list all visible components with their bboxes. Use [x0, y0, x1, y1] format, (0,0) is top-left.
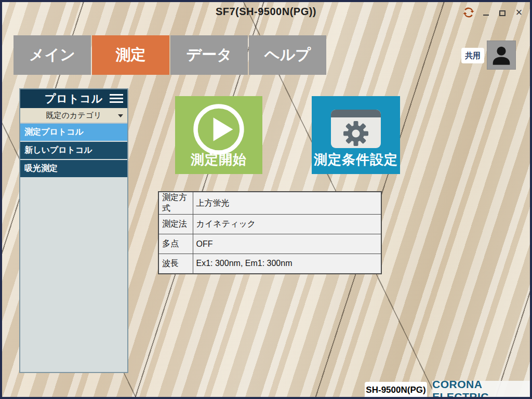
start-measurement-button[interactable]: 測定開始: [175, 96, 262, 174]
condition-key: 多点: [158, 234, 193, 254]
tab-help[interactable]: ヘルプ: [249, 35, 326, 75]
tab-data[interactable]: データ: [170, 35, 248, 75]
minimize-button[interactable]: [480, 6, 491, 19]
category-dropdown-value: 既定のカテゴリ: [46, 111, 102, 121]
shared-mode-badge: 共用: [461, 48, 484, 63]
table-row: 多点 OFF: [158, 234, 381, 254]
user-avatar[interactable]: [487, 41, 516, 70]
window-gear-icon: [330, 109, 382, 149]
condition-value: カイネティック: [193, 215, 381, 234]
window-controls: ×: [462, 6, 525, 19]
model-badge: SH-9500N(PG): [365, 382, 427, 398]
condition-key: 波長: [158, 254, 193, 274]
condition-value: OFF: [193, 234, 381, 254]
sidebar-item-new-protocol[interactable]: 新しいプロトコル: [20, 142, 127, 159]
condition-value: Ex1: 300nm, Em1: 300nm: [193, 254, 381, 274]
refresh-icon[interactable]: [462, 6, 475, 19]
condition-value: 上方蛍光: [193, 192, 381, 215]
close-button[interactable]: ×: [513, 6, 525, 19]
condition-key: 測定方式: [158, 192, 193, 215]
maximize-button[interactable]: [497, 6, 508, 19]
hamburger-icon[interactable]: [110, 94, 123, 103]
sidebar-item-measure-protocol[interactable]: 測定プロトコル: [20, 124, 127, 141]
window-title: SF7(SH-9500N(PG)): [2, 6, 530, 18]
person-icon: [489, 43, 514, 68]
tab-main[interactable]: メイン: [14, 35, 91, 75]
condition-table: 測定方式 上方蛍光 測定法 カイネティック 多点 OFF 波長 Ex1: 300…: [158, 191, 382, 274]
protocol-sidebar: プロトコル 既定のカテゴリ 測定プロトコル 新しいプロトコル 吸光測定: [19, 88, 128, 373]
table-row: 測定法 カイネティック: [158, 215, 381, 234]
caret-down-icon: [118, 114, 123, 117]
measurement-settings-button[interactable]: 測定条件設定: [312, 96, 400, 174]
measurement-settings-label: 測定条件設定: [314, 151, 398, 169]
tab-bar: メイン 測定 データ ヘルプ: [14, 35, 326, 75]
table-row: 波長 Ex1: 300nm, Em1: 300nm: [158, 254, 381, 274]
sidebar-title: プロトコル: [45, 91, 103, 106]
play-circle-icon: [192, 102, 246, 156]
sidebar-item-absorbance[interactable]: 吸光測定: [20, 160, 127, 177]
table-row: 測定方式 上方蛍光: [158, 192, 381, 215]
condition-key: 測定法: [158, 215, 193, 234]
sidebar-header: プロトコル: [20, 89, 127, 108]
brand-logo: CORONA ELECTRIC: [432, 381, 530, 399]
app-window: SF7(SH-9500N(PG)) × メイン 測定 データ ヘルプ 共用 プロ…: [0, 0, 532, 399]
tab-measure[interactable]: 測定: [92, 35, 169, 75]
category-dropdown[interactable]: 既定のカテゴリ: [20, 108, 127, 124]
